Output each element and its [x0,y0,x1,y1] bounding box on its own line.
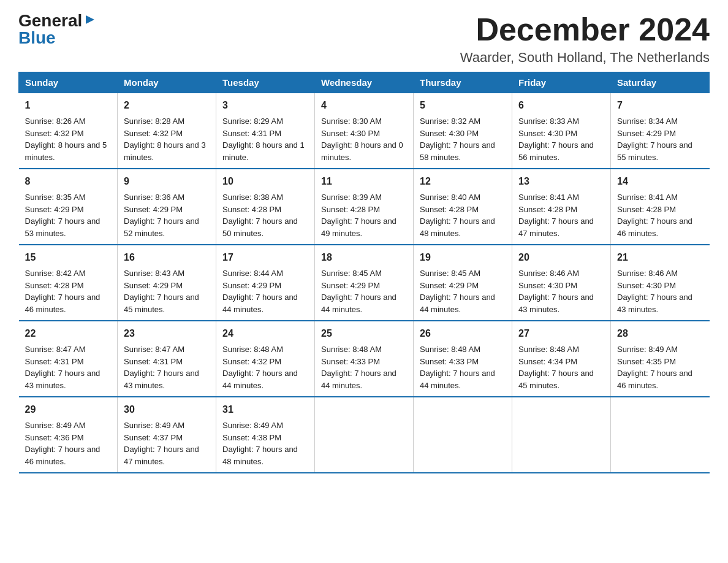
day-number: 14 [617,174,703,189]
calendar-week-row: 15Sunrise: 8:42 AMSunset: 4:28 PMDayligh… [19,245,710,321]
sunrise-text: Sunrise: 8:49 AM [617,345,678,354]
calendar-cell: 3Sunrise: 8:29 AMSunset: 4:31 PMDaylight… [216,93,315,169]
sunrise-text: Sunrise: 8:47 AM [25,345,86,354]
daylight-text: Daylight: 7 hours and 52 minutes. [124,216,199,238]
daylight-text: Daylight: 7 hours and 48 minutes. [222,445,298,466]
logo-triangle-icon [83,13,97,26]
day-number: 22 [25,326,112,341]
sunrise-text: Sunrise: 8:42 AM [25,269,86,278]
daylight-text: Daylight: 7 hours and 53 minutes. [25,216,100,238]
day-number: 31 [222,402,308,417]
sunrise-text: Sunrise: 8:46 AM [617,269,678,278]
daylight-text: Daylight: 7 hours and 46 minutes. [25,445,100,466]
daylight-text: Daylight: 7 hours and 43 minutes. [124,369,199,390]
sunrise-text: Sunrise: 8:48 AM [518,345,579,354]
day-number: 11 [321,174,407,189]
daylight-text: Daylight: 7 hours and 44 minutes. [420,293,495,314]
sunset-text: Sunset: 4:36 PM [25,433,84,442]
sunset-text: Sunset: 4:30 PM [321,129,380,138]
sunrise-text: Sunrise: 8:29 AM [222,117,283,126]
calendar-cell: 1Sunrise: 8:26 AMSunset: 4:32 PMDaylight… [19,93,118,169]
day-number: 5 [420,98,506,113]
calendar-cell: 31Sunrise: 8:49 AMSunset: 4:38 PMDayligh… [216,397,315,473]
sunrise-text: Sunrise: 8:30 AM [321,117,382,126]
sunset-text: Sunset: 4:29 PM [124,281,183,290]
sunrise-text: Sunrise: 8:48 AM [222,345,283,354]
sunrise-text: Sunrise: 8:33 AM [518,117,579,126]
daylight-text: Daylight: 7 hours and 48 minutes. [420,216,495,238]
calendar-cell: 25Sunrise: 8:48 AMSunset: 4:33 PMDayligh… [315,321,414,397]
sunrise-text: Sunrise: 8:41 AM [518,193,579,202]
sunrise-text: Sunrise: 8:49 AM [124,421,184,430]
sunrise-text: Sunrise: 8:49 AM [25,421,86,430]
day-number: 21 [617,250,703,265]
calendar-cell: 15Sunrise: 8:42 AMSunset: 4:28 PMDayligh… [19,245,118,321]
calendar-cell: 27Sunrise: 8:48 AMSunset: 4:34 PMDayligh… [512,321,611,397]
sunrise-text: Sunrise: 8:45 AM [321,269,382,278]
sunset-text: Sunset: 4:31 PM [25,357,84,366]
calendar-cell: 26Sunrise: 8:48 AMSunset: 4:33 PMDayligh… [414,321,512,397]
daylight-text: Daylight: 7 hours and 46 minutes. [617,369,692,390]
month-title: December 2024 [460,12,710,47]
day-number: 12 [420,174,506,189]
sunrise-text: Sunrise: 8:36 AM [124,193,184,202]
sunset-text: Sunset: 4:33 PM [321,357,380,366]
day-number: 4 [321,98,407,113]
daylight-text: Daylight: 7 hours and 43 minutes. [518,293,594,314]
day-header-thursday: Thursday [414,72,512,93]
sunset-text: Sunset: 4:34 PM [518,357,577,366]
day-number: 27 [518,326,604,341]
day-header-monday: Monday [118,72,216,93]
day-header-wednesday: Wednesday [315,72,414,93]
sunrise-text: Sunrise: 8:28 AM [124,117,184,126]
sunset-text: Sunset: 4:31 PM [222,129,281,138]
logo-blue: Blue [18,28,56,48]
sunset-text: Sunset: 4:30 PM [617,281,676,290]
day-number: 28 [617,326,703,341]
sunset-text: Sunset: 4:32 PM [222,357,281,366]
calendar-cell: 17Sunrise: 8:44 AMSunset: 4:29 PMDayligh… [216,245,315,321]
day-number: 19 [420,250,506,265]
day-number: 9 [124,174,210,189]
sunrise-text: Sunrise: 8:46 AM [518,269,579,278]
sunset-text: Sunset: 4:29 PM [25,205,84,214]
day-number: 20 [518,250,604,265]
calendar-cell: 20Sunrise: 8:46 AMSunset: 4:30 PMDayligh… [512,245,611,321]
calendar-cell: 4Sunrise: 8:30 AMSunset: 4:30 PMDaylight… [315,93,414,169]
logo: General Blue [18,12,97,48]
sunset-text: Sunset: 4:28 PM [25,281,84,290]
day-header-tuesday: Tuesday [216,72,315,93]
daylight-text: Daylight: 7 hours and 44 minutes. [222,369,298,390]
calendar-cell: 11Sunrise: 8:39 AMSunset: 4:28 PMDayligh… [315,169,414,245]
calendar-cell [512,397,611,473]
calendar-cell: 7Sunrise: 8:34 AMSunset: 4:29 PMDaylight… [611,93,710,169]
day-number: 25 [321,326,407,341]
sunset-text: Sunset: 4:32 PM [124,129,183,138]
daylight-text: Daylight: 7 hours and 46 minutes. [617,216,692,238]
calendar-week-row: 8Sunrise: 8:35 AMSunset: 4:29 PMDaylight… [19,169,710,245]
calendar-week-row: 29Sunrise: 8:49 AMSunset: 4:36 PMDayligh… [19,397,710,473]
sunrise-text: Sunrise: 8:26 AM [25,117,86,126]
calendar-cell: 30Sunrise: 8:49 AMSunset: 4:37 PMDayligh… [118,397,216,473]
calendar-cell [315,397,414,473]
sunset-text: Sunset: 4:29 PM [222,281,281,290]
daylight-text: Daylight: 8 hours and 1 minute. [222,140,305,162]
day-number: 24 [222,326,308,341]
daylight-text: Daylight: 7 hours and 45 minutes. [124,293,199,314]
calendar-cell: 9Sunrise: 8:36 AMSunset: 4:29 PMDaylight… [118,169,216,245]
daylight-text: Daylight: 7 hours and 44 minutes. [321,293,396,314]
day-number: 13 [518,174,604,189]
daylight-text: Daylight: 7 hours and 45 minutes. [518,369,594,390]
calendar-cell: 19Sunrise: 8:45 AMSunset: 4:29 PMDayligh… [414,245,512,321]
sunset-text: Sunset: 4:31 PM [124,357,183,366]
calendar-cell: 2Sunrise: 8:28 AMSunset: 4:32 PMDaylight… [118,93,216,169]
title-block: December 2024 Waarder, South Holland, Th… [460,12,710,66]
sunset-text: Sunset: 4:30 PM [420,129,479,138]
sunset-text: Sunset: 4:33 PM [420,357,479,366]
sunrise-text: Sunrise: 8:40 AM [420,193,480,202]
calendar-cell: 10Sunrise: 8:38 AMSunset: 4:28 PMDayligh… [216,169,315,245]
sunset-text: Sunset: 4:28 PM [617,205,676,214]
day-number: 18 [321,250,407,265]
day-number: 6 [518,98,604,113]
sunrise-text: Sunrise: 8:32 AM [420,117,480,126]
